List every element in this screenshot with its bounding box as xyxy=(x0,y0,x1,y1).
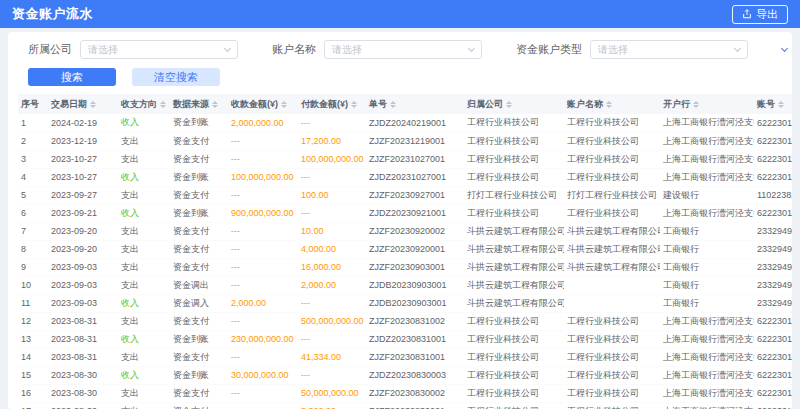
sort-icon[interactable] xyxy=(351,101,357,108)
action-bar: 搜索 清空搜索 xyxy=(8,64,792,94)
column-label: 收支方向 xyxy=(121,98,157,111)
column-label: 收款金额(¥) xyxy=(231,98,278,111)
cell-receipt: --- xyxy=(228,312,298,330)
table-row[interactable]: 92023-09-03支出资金支付---16,000.00ZJZF2023090… xyxy=(18,258,792,276)
column-header-bank[interactable]: 开户行 xyxy=(660,94,754,114)
cell-payment: 4,000.00 xyxy=(298,240,366,258)
cell-account_name: 工程行业科技公司 xyxy=(564,348,660,366)
column-header-company[interactable]: 归属公司 xyxy=(464,94,564,114)
cell-receipt: --- xyxy=(228,402,298,409)
cell-receipt: --- xyxy=(228,348,298,366)
cell-account_name: 斗拱云建筑工程有限公司 xyxy=(564,240,660,258)
sort-icon[interactable] xyxy=(281,101,287,108)
column-header-date[interactable]: 交易日期 xyxy=(48,94,118,114)
expand-filters-link[interactable]: 展开筛选 xyxy=(782,42,792,57)
cell-date: 2023-09-27 xyxy=(48,186,118,204)
cell-index: 17 xyxy=(18,402,48,409)
sort-icon[interactable] xyxy=(778,101,784,108)
sort-icon[interactable] xyxy=(693,101,699,108)
cell-date: 2023-09-03 xyxy=(48,276,118,294)
column-header-payment[interactable]: 付款金额(¥) xyxy=(298,94,366,114)
cell-bank: 建设银行 xyxy=(660,186,754,204)
cell-date: 2023-09-03 xyxy=(48,258,118,276)
table-row[interactable]: 172023-08-30支出资金支付---3,300.00ZJZF2023083… xyxy=(18,402,792,409)
company-filter-label: 所属公司 xyxy=(28,42,72,57)
sort-icon[interactable] xyxy=(160,101,166,108)
cell-account_name: 工程行业科技公司 xyxy=(564,168,660,186)
account-name-select-placeholder: 请选择 xyxy=(332,43,362,57)
table-row[interactable]: 142023-08-31支出资金支付---41,334.00ZJZF202308… xyxy=(18,348,792,366)
column-header-order_no[interactable]: 单号 xyxy=(366,94,464,114)
cell-index: 15 xyxy=(18,366,48,384)
cell-company: 斗拱云建筑工程有限公司 xyxy=(464,240,564,258)
cell-direction: 支出 xyxy=(118,276,170,294)
table-row[interactable]: 102023-09-03支出资金调出---2,000.00ZJDB2023090… xyxy=(18,276,792,294)
table-row[interactable]: 42023-10-27收入资金到账100,000,000.00---ZJDZ20… xyxy=(18,168,792,186)
cell-payment: --- xyxy=(298,366,366,384)
cell-direction: 支出 xyxy=(118,258,170,276)
cell-account_no: 11022382 xyxy=(754,186,792,204)
cell-direction: 收入 xyxy=(118,330,170,348)
cell-receipt: 2,000.00 xyxy=(228,294,298,312)
cell-account_name xyxy=(564,294,660,312)
account-name-select[interactable]: 请选择 xyxy=(324,40,482,59)
table-row[interactable]: 62023-09-21收入资金到账900,000,000.00---ZJDZ20… xyxy=(18,204,792,222)
cell-account_name: 工程行业科技公司 xyxy=(564,150,660,168)
column-header-account_name[interactable]: 账户名称 xyxy=(564,94,660,114)
cell-account_no: 62223011 xyxy=(754,348,792,366)
column-label: 开户行 xyxy=(663,98,690,111)
cell-source: 资金到账 xyxy=(170,330,228,348)
cell-receipt: --- xyxy=(228,384,298,402)
column-header-direction[interactable]: 收支方向 xyxy=(118,94,170,114)
filter-account-name: 账户名称 请选择 xyxy=(272,40,482,59)
table-row[interactable]: 82023-09-20支出资金支付---4,000.00ZJZF20230920… xyxy=(18,240,792,258)
cell-payment: 16,000.00 xyxy=(298,258,366,276)
cell-index: 9 xyxy=(18,258,48,276)
cell-receipt: --- xyxy=(228,186,298,204)
cell-source: 资金到账 xyxy=(170,204,228,222)
table-row[interactable]: 22023-12-19支出资金支付---17,200.00ZJZF2023121… xyxy=(18,132,792,150)
column-header-account_no[interactable]: 账号 xyxy=(754,94,792,114)
cell-receipt: --- xyxy=(228,150,298,168)
cell-account_name: 工程行业科技公司 xyxy=(564,204,660,222)
account-type-select[interactable]: 请选择 xyxy=(590,40,748,59)
cell-order_no: ZJZF20230927001 xyxy=(366,186,464,204)
cell-payment: 3,300.00 xyxy=(298,402,366,409)
cell-company: 工程行业科技公司 xyxy=(464,204,564,222)
cell-order_no: ZJZF20230830001 xyxy=(366,402,464,409)
search-button[interactable]: 搜索 xyxy=(28,68,116,86)
table-row[interactable]: 12024-02-19收入资金到账2,000,000.00---ZJDZ2024… xyxy=(18,114,792,132)
cell-index: 6 xyxy=(18,204,48,222)
cell-company: 斗拱云建筑工程有限公司 xyxy=(464,276,564,294)
table-row[interactable]: 132023-08-31收入资金到账230,000,000.00---ZJDZ2… xyxy=(18,330,792,348)
cell-company: 工程行业科技公司 xyxy=(464,312,564,330)
sort-icon[interactable] xyxy=(506,101,512,108)
sort-icon[interactable] xyxy=(390,101,396,108)
clear-search-button[interactable]: 清空搜索 xyxy=(132,68,220,86)
sort-icon[interactable] xyxy=(212,101,218,108)
column-label: 数据来源 xyxy=(173,98,209,111)
table-row[interactable]: 122023-08-31支出资金支付---500,000,000.00ZJZF2… xyxy=(18,312,792,330)
cell-payment: 100,000,000.00 xyxy=(298,150,366,168)
cell-date: 2023-09-21 xyxy=(48,204,118,222)
table-row[interactable]: 72023-09-20支出资金支付---10.00ZJZF20230920002… xyxy=(18,222,792,240)
table-row[interactable]: 112023-09-03收入资金调入2,000.00---ZJDB2023090… xyxy=(18,294,792,312)
export-button[interactable]: 导出 xyxy=(732,5,788,24)
table-row[interactable]: 52023-09-27支出资金支付---100.00ZJZF2023092700… xyxy=(18,186,792,204)
column-label: 账号 xyxy=(757,98,775,111)
sort-icon[interactable] xyxy=(90,101,96,108)
column-header-receipt[interactable]: 收款金额(¥) xyxy=(228,94,298,114)
table-row[interactable]: 32023-10-27支出资金支付---100,000,000.00ZJZF20… xyxy=(18,150,792,168)
cell-direction: 支出 xyxy=(118,384,170,402)
column-header-source[interactable]: 数据来源 xyxy=(170,94,228,114)
cell-account_no: 62223011 xyxy=(754,330,792,348)
cell-company: 工程行业科技公司 xyxy=(464,330,564,348)
cell-account_no: 23329499 xyxy=(754,240,792,258)
cell-payment: --- xyxy=(298,294,366,312)
sort-icon[interactable] xyxy=(606,101,612,108)
table-row[interactable]: 152023-08-30收入资金到账30,000,000.00---ZJDZ20… xyxy=(18,366,792,384)
cell-account_no: 23329499 xyxy=(754,276,792,294)
cell-date: 2023-10-27 xyxy=(48,168,118,186)
company-select[interactable]: 请选择 xyxy=(80,40,238,59)
table-row[interactable]: 162023-08-30支出资金支付---50,000,000.00ZJZF20… xyxy=(18,384,792,402)
